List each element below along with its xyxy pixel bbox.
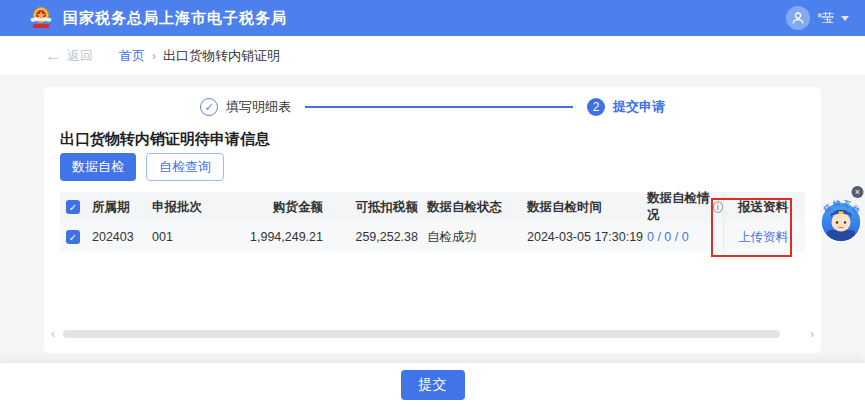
user-icon — [791, 11, 805, 25]
horizontal-scrollbar: ‹ › — [48, 328, 817, 340]
interaction-mascot-widget[interactable]: 征纳互动 × — [818, 184, 864, 248]
info-icon[interactable]: i — [713, 201, 723, 213]
cell-period: 202403 — [92, 230, 152, 244]
main-card: ✓ 填写明细表 2 提交申请 出口货物转内销证明待申请信息 数据自检 自检查询 … — [44, 87, 821, 353]
cell-batch: 001 — [152, 230, 230, 244]
table-row: ✓ 202403 001 1,994,249.21 259,252.38 自检成… — [60, 222, 805, 252]
table-header-row: ✓ 所属期 申报批次 购货金额 可抵扣税额 数据自检状态 数据自检时间 数据自检… — [60, 192, 805, 222]
mascot-officer-icon: 征纳互动 × — [818, 184, 864, 248]
upload-material-link[interactable]: 上传资料 — [738, 229, 788, 246]
back-button[interactable]: 返回 — [67, 47, 93, 65]
self-check-query-button[interactable]: 自检查询 — [146, 153, 224, 181]
row-checkbox-cell: ✓ — [60, 222, 92, 252]
col-deductible-tax: 可抵扣税额 — [323, 199, 418, 216]
check-icon: ✓ — [69, 232, 77, 243]
footer-bar: 提交 — [0, 363, 865, 407]
col-period: 所属期 — [92, 199, 152, 216]
user-name: *莹 — [817, 10, 834, 27]
cell-send-material: 上传资料 — [723, 222, 805, 252]
stepper-connector — [305, 106, 573, 108]
action-button-row: 数据自检 自检查询 — [60, 153, 224, 181]
data-self-check-button[interactable]: 数据自检 — [60, 153, 136, 181]
step2-label: 提交申请 — [613, 98, 665, 116]
cell-deductible-tax: 259,252.38 — [323, 230, 418, 244]
submit-button[interactable]: 提交 — [401, 370, 465, 400]
chevron-down-icon — [841, 16, 849, 21]
back-arrow-icon[interactable]: ← — [45, 47, 61, 65]
scroll-right-icon[interactable]: › — [807, 328, 817, 340]
stepper: ✓ 填写明细表 2 提交申请 — [44, 97, 821, 117]
scrollbar-track[interactable] — [63, 330, 802, 338]
breadcrumb-current: 出口货物转内销证明 — [163, 47, 280, 65]
header-checkbox-cell: ✓ — [60, 192, 92, 222]
col-purchase-amount: 购货金额 — [230, 199, 323, 216]
tax-bureau-logo-icon — [28, 5, 54, 31]
mascot-close-icon[interactable]: × — [852, 186, 864, 198]
step2-number-badge: 2 — [587, 98, 605, 116]
application-table: ✓ 所属期 申报批次 购货金额 可抵扣税额 数据自检状态 数据自检时间 数据自检… — [60, 192, 805, 252]
select-all-checkbox[interactable]: ✓ — [66, 200, 80, 214]
breadcrumb-separator-icon: › — [152, 49, 156, 63]
user-menu[interactable]: *莹 — [786, 0, 849, 36]
col-batch: 申报批次 — [152, 199, 230, 216]
col-check-detail-label: 数据自检情况 — [647, 190, 710, 224]
user-avatar[interactable] — [786, 6, 810, 30]
col-check-time: 数据自检时间 — [527, 199, 647, 216]
check-icon: ✓ — [69, 202, 77, 213]
breadcrumb-home[interactable]: 首页 — [119, 47, 145, 65]
section-title: 出口货物转内销证明待申请信息 — [60, 130, 270, 149]
scroll-left-icon[interactable]: ‹ — [48, 328, 58, 340]
col-send-material: 报送资料 — [723, 192, 805, 222]
breadcrumb: ← 返回 首页 › 出口货物转内销证明 — [0, 36, 865, 75]
cell-check-time: 2024-03-05 17:30:19 — [527, 230, 647, 244]
cell-check-status: 自检成功 — [418, 229, 527, 246]
scrollbar-thumb[interactable] — [63, 330, 780, 338]
col-check-status: 数据自检状态 — [418, 199, 527, 216]
cell-check-detail-links[interactable]: 0 / 0 / 0 — [647, 230, 723, 244]
site-title: 国家税务总局上海市电子税务局 — [63, 9, 287, 28]
step1-label: 填写明细表 — [226, 98, 291, 116]
svg-text:×: × — [855, 187, 860, 197]
col-check-detail: 数据自检情况 i — [647, 190, 723, 224]
step1-done-check-icon: ✓ — [200, 98, 218, 116]
app-header: 国家税务总局上海市电子税务局 *莹 — [0, 0, 865, 36]
cell-purchase-amount: 1,994,249.21 — [230, 230, 323, 244]
row-checkbox[interactable]: ✓ — [66, 230, 80, 244]
